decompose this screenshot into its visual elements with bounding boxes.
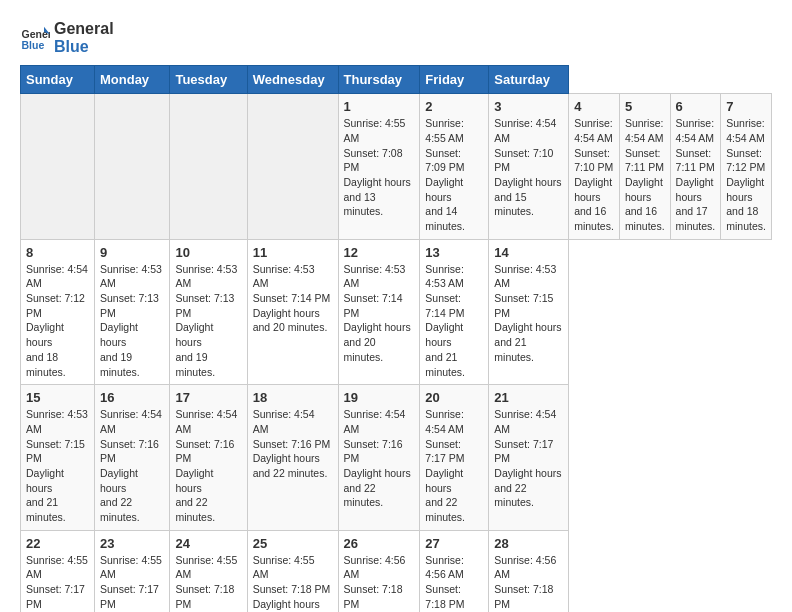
day-info: Sunrise: 4:54 AM Sunset: 7:10 PM Dayligh… <box>574 116 614 234</box>
calendar-cell <box>247 94 338 240</box>
calendar-cell: 14 Sunrise: 4:53 AM Sunset: 7:15 PM Dayl… <box>489 239 569 385</box>
calendar-cell: 16 Sunrise: 4:54 AM Sunset: 7:16 PM Dayl… <box>94 385 169 531</box>
day-number: 6 <box>676 99 716 114</box>
calendar-cell: 5 Sunrise: 4:54 AM Sunset: 7:11 PM Dayli… <box>619 94 670 240</box>
calendar-cell <box>170 94 247 240</box>
day-info: Sunrise: 4:54 AM Sunset: 7:12 PM Dayligh… <box>726 116 766 234</box>
calendar-week-row: 15 Sunrise: 4:53 AM Sunset: 7:15 PM Dayl… <box>21 385 772 531</box>
calendar-cell: 7 Sunrise: 4:54 AM Sunset: 7:12 PM Dayli… <box>721 94 772 240</box>
day-info: Sunrise: 4:54 AM Sunset: 7:16 PM Dayligh… <box>344 407 415 510</box>
calendar-cell: 27 Sunrise: 4:56 AM Sunset: 7:18 PM Dayl… <box>420 530 489 612</box>
calendar-cell: 26 Sunrise: 4:56 AM Sunset: 7:18 PM Dayl… <box>338 530 420 612</box>
day-info: Sunrise: 4:53 AM Sunset: 7:13 PM Dayligh… <box>175 262 241 380</box>
day-number: 7 <box>726 99 766 114</box>
calendar-cell: 23 Sunrise: 4:55 AM Sunset: 7:17 PM Dayl… <box>94 530 169 612</box>
day-info: Sunrise: 4:53 AM Sunset: 7:14 PM Dayligh… <box>344 262 415 365</box>
calendar-cell <box>94 94 169 240</box>
day-info: Sunrise: 4:54 AM Sunset: 7:16 PM Dayligh… <box>175 407 241 525</box>
day-info: Sunrise: 4:56 AM Sunset: 7:18 PM Dayligh… <box>494 553 563 612</box>
calendar-cell: 20 Sunrise: 4:54 AM Sunset: 7:17 PM Dayl… <box>420 385 489 531</box>
calendar-cell: 21 Sunrise: 4:54 AM Sunset: 7:17 PM Dayl… <box>489 385 569 531</box>
day-number: 26 <box>344 536 415 551</box>
day-info: Sunrise: 4:54 AM Sunset: 7:12 PM Dayligh… <box>26 262 89 380</box>
day-info: Sunrise: 4:54 AM Sunset: 7:11 PM Dayligh… <box>625 116 665 234</box>
weekday-header-friday: Friday <box>420 66 489 94</box>
day-number: 17 <box>175 390 241 405</box>
day-number: 27 <box>425 536 483 551</box>
day-number: 10 <box>175 245 241 260</box>
calendar-cell: 1 Sunrise: 4:55 AM Sunset: 7:08 PM Dayli… <box>338 94 420 240</box>
day-number: 12 <box>344 245 415 260</box>
day-number: 22 <box>26 536 89 551</box>
day-number: 24 <box>175 536 241 551</box>
weekday-header-row: SundayMondayTuesdayWednesdayThursdayFrid… <box>21 66 772 94</box>
day-number: 14 <box>494 245 563 260</box>
calendar-week-row: 22 Sunrise: 4:55 AM Sunset: 7:17 PM Dayl… <box>21 530 772 612</box>
day-number: 16 <box>100 390 164 405</box>
calendar-cell: 25 Sunrise: 4:55 AM Sunset: 7:18 PM Dayl… <box>247 530 338 612</box>
day-info: Sunrise: 4:55 AM Sunset: 7:18 PM Dayligh… <box>253 553 333 612</box>
day-number: 23 <box>100 536 164 551</box>
calendar-cell: 24 Sunrise: 4:55 AM Sunset: 7:18 PM Dayl… <box>170 530 247 612</box>
logo-blue-text: Blue <box>54 38 114 56</box>
calendar-cell: 2 Sunrise: 4:55 AM Sunset: 7:09 PM Dayli… <box>420 94 489 240</box>
day-info: Sunrise: 4:54 AM Sunset: 7:17 PM Dayligh… <box>425 407 483 525</box>
day-info: Sunrise: 4:55 AM Sunset: 7:17 PM Dayligh… <box>26 553 89 612</box>
calendar-cell: 15 Sunrise: 4:53 AM Sunset: 7:15 PM Dayl… <box>21 385 95 531</box>
day-info: Sunrise: 4:54 AM Sunset: 7:11 PM Dayligh… <box>676 116 716 234</box>
day-info: Sunrise: 4:54 AM Sunset: 7:16 PM Dayligh… <box>100 407 164 525</box>
day-number: 19 <box>344 390 415 405</box>
day-info: Sunrise: 4:53 AM Sunset: 7:15 PM Dayligh… <box>494 262 563 365</box>
calendar-cell: 28 Sunrise: 4:56 AM Sunset: 7:18 PM Dayl… <box>489 530 569 612</box>
day-info: Sunrise: 4:53 AM Sunset: 7:15 PM Dayligh… <box>26 407 89 525</box>
day-info: Sunrise: 4:55 AM Sunset: 7:18 PM Dayligh… <box>175 553 241 612</box>
day-number: 1 <box>344 99 415 114</box>
weekday-header-monday: Monday <box>94 66 169 94</box>
logo-general-text: General <box>54 20 114 38</box>
day-info: Sunrise: 4:54 AM Sunset: 7:17 PM Dayligh… <box>494 407 563 510</box>
day-number: 20 <box>425 390 483 405</box>
day-number: 11 <box>253 245 333 260</box>
day-number: 21 <box>494 390 563 405</box>
logo-icon: General Blue <box>20 23 50 53</box>
logo: General Blue General Blue <box>20 20 114 55</box>
calendar-cell: 11 Sunrise: 4:53 AM Sunset: 7:14 PM Dayl… <box>247 239 338 385</box>
calendar-cell: 22 Sunrise: 4:55 AM Sunset: 7:17 PM Dayl… <box>21 530 95 612</box>
calendar-cell: 17 Sunrise: 4:54 AM Sunset: 7:16 PM Dayl… <box>170 385 247 531</box>
weekday-header-thursday: Thursday <box>338 66 420 94</box>
calendar-cell <box>21 94 95 240</box>
calendar-cell: 12 Sunrise: 4:53 AM Sunset: 7:14 PM Dayl… <box>338 239 420 385</box>
day-info: Sunrise: 4:53 AM Sunset: 7:14 PM Dayligh… <box>253 262 333 335</box>
calendar-table: SundayMondayTuesdayWednesdayThursdayFrid… <box>20 65 772 612</box>
calendar-cell: 6 Sunrise: 4:54 AM Sunset: 7:11 PM Dayli… <box>670 94 721 240</box>
calendar-cell: 19 Sunrise: 4:54 AM Sunset: 7:16 PM Dayl… <box>338 385 420 531</box>
day-info: Sunrise: 4:53 AM Sunset: 7:14 PM Dayligh… <box>425 262 483 380</box>
weekday-header-tuesday: Tuesday <box>170 66 247 94</box>
calendar-cell: 8 Sunrise: 4:54 AM Sunset: 7:12 PM Dayli… <box>21 239 95 385</box>
day-info: Sunrise: 4:55 AM Sunset: 7:09 PM Dayligh… <box>425 116 483 234</box>
day-number: 15 <box>26 390 89 405</box>
day-info: Sunrise: 4:55 AM Sunset: 7:17 PM Dayligh… <box>100 553 164 612</box>
calendar-cell: 4 Sunrise: 4:54 AM Sunset: 7:10 PM Dayli… <box>569 94 620 240</box>
day-number: 18 <box>253 390 333 405</box>
calendar-cell: 18 Sunrise: 4:54 AM Sunset: 7:16 PM Dayl… <box>247 385 338 531</box>
calendar-week-row: 1 Sunrise: 4:55 AM Sunset: 7:08 PM Dayli… <box>21 94 772 240</box>
calendar-cell: 9 Sunrise: 4:53 AM Sunset: 7:13 PM Dayli… <box>94 239 169 385</box>
day-number: 8 <box>26 245 89 260</box>
calendar-cell: 10 Sunrise: 4:53 AM Sunset: 7:13 PM Dayl… <box>170 239 247 385</box>
day-info: Sunrise: 4:55 AM Sunset: 7:08 PM Dayligh… <box>344 116 415 219</box>
day-number: 9 <box>100 245 164 260</box>
calendar-week-row: 8 Sunrise: 4:54 AM Sunset: 7:12 PM Dayli… <box>21 239 772 385</box>
day-number: 13 <box>425 245 483 260</box>
svg-text:Blue: Blue <box>22 38 45 50</box>
weekday-header-saturday: Saturday <box>489 66 569 94</box>
day-info: Sunrise: 4:56 AM Sunset: 7:18 PM Dayligh… <box>425 553 483 612</box>
calendar-cell: 13 Sunrise: 4:53 AM Sunset: 7:14 PM Dayl… <box>420 239 489 385</box>
day-info: Sunrise: 4:53 AM Sunset: 7:13 PM Dayligh… <box>100 262 164 380</box>
day-number: 28 <box>494 536 563 551</box>
day-info: Sunrise: 4:54 AM Sunset: 7:16 PM Dayligh… <box>253 407 333 480</box>
day-number: 2 <box>425 99 483 114</box>
weekday-header-wednesday: Wednesday <box>247 66 338 94</box>
day-info: Sunrise: 4:56 AM Sunset: 7:18 PM Dayligh… <box>344 553 415 612</box>
day-number: 5 <box>625 99 665 114</box>
